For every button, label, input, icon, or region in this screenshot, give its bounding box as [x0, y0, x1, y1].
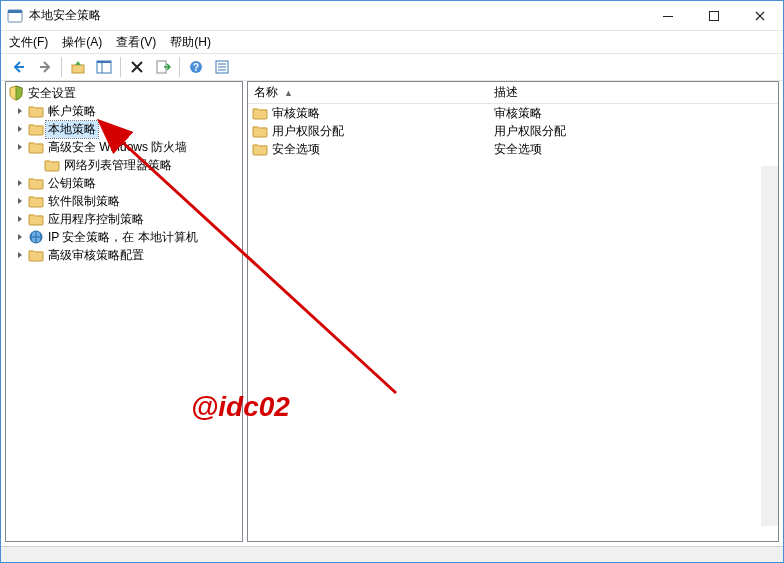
toolbar-separator: [179, 57, 180, 77]
tree-item[interactable]: 高级审核策略配置: [6, 246, 242, 264]
tree-item-label: 帐户策略: [46, 103, 98, 120]
expand-icon[interactable]: [14, 195, 26, 207]
tree-item[interactable]: 本地策略: [6, 120, 242, 138]
tree-item[interactable]: 帐户策略: [6, 102, 242, 120]
folder-icon: [28, 121, 44, 137]
expand-icon[interactable]: [14, 105, 26, 117]
tree-root-label: 安全设置: [26, 85, 78, 102]
tree-item-label: 网络列表管理器策略: [62, 157, 174, 174]
tree-item[interactable]: IP 安全策略，在 本地计算机: [6, 228, 242, 246]
menu-file[interactable]: 文件(F): [9, 34, 48, 51]
back-icon: [11, 59, 27, 75]
toolbar: [1, 53, 783, 81]
globe-icon: [28, 229, 44, 245]
folder-icon: [252, 141, 268, 157]
list-cell-name: 审核策略: [248, 105, 488, 122]
toolbar-separator: [61, 57, 62, 77]
tree-item-label: 软件限制策略: [46, 193, 122, 210]
list-header: 名称 ▲ 描述: [248, 82, 778, 104]
export-list-button[interactable]: [151, 55, 175, 79]
expand-icon[interactable]: [14, 123, 26, 135]
tree-item[interactable]: 公钥策略: [6, 174, 242, 192]
list-cell-desc: 用户权限分配: [488, 123, 778, 140]
menu-help[interactable]: 帮助(H): [170, 34, 211, 51]
list-cell-desc: 审核策略: [488, 105, 778, 122]
title-bar: 本地安全策略: [1, 1, 783, 31]
tree-pane[interactable]: 安全设置 帐户策略本地策略高级安全 Windows 防火墙网络列表管理器策略公钥…: [5, 81, 243, 542]
column-desc-label: 描述: [494, 84, 518, 101]
tree-view: 安全设置 帐户策略本地策略高级安全 Windows 防火墙网络列表管理器策略公钥…: [6, 82, 242, 266]
expand-icon[interactable]: [14, 177, 26, 189]
export-icon: [155, 59, 171, 75]
minimize-button[interactable]: [645, 1, 691, 31]
menu-action[interactable]: 操作(A): [62, 34, 102, 51]
delete-button[interactable]: [125, 55, 149, 79]
properties-icon: [214, 59, 230, 75]
list-cell-name: 用户权限分配: [248, 123, 488, 140]
annotation-watermark: @idc02: [191, 391, 290, 423]
close-button[interactable]: [737, 1, 783, 31]
app-icon: [7, 8, 23, 24]
folder-icon: [252, 123, 268, 139]
menu-bar: 文件(F) 操作(A) 查看(V) 帮助(H): [1, 31, 783, 53]
help-icon: [188, 59, 204, 75]
show-hide-tree-button[interactable]: [92, 55, 116, 79]
folder-up-icon: [70, 59, 86, 75]
expand-icon[interactable]: [14, 249, 26, 261]
tree-item[interactable]: 软件限制策略: [6, 192, 242, 210]
tree-item[interactable]: 高级安全 Windows 防火墙: [6, 138, 242, 156]
tree-item-label: 公钥策略: [46, 175, 98, 192]
folder-icon: [28, 103, 44, 119]
delete-icon: [129, 59, 145, 75]
column-name-label: 名称: [254, 84, 278, 101]
properties-button[interactable]: [210, 55, 234, 79]
folder-icon: [28, 175, 44, 191]
folder-icon: [28, 193, 44, 209]
maximize-button[interactable]: [691, 1, 737, 31]
list-row[interactable]: 用户权限分配用户权限分配: [248, 122, 778, 140]
security-settings-icon: [8, 85, 24, 101]
list-cell-name: 安全选项: [248, 141, 488, 158]
forward-button[interactable]: [33, 55, 57, 79]
back-button[interactable]: [7, 55, 31, 79]
list-name-label: 用户权限分配: [272, 123, 344, 140]
folder-icon: [28, 211, 44, 227]
expand-icon[interactable]: [14, 141, 26, 153]
tree-item-label: 高级安全 Windows 防火墙: [46, 139, 189, 156]
app-window: 本地安全策略 文件(F) 操作(A) 查看(V) 帮助(H): [0, 0, 784, 563]
client-area: 安全设置 帐户策略本地策略高级安全 Windows 防火墙网络列表管理器策略公钥…: [1, 81, 783, 546]
list-cell-desc: 安全选项: [488, 141, 778, 158]
list-row[interactable]: 审核策略审核策略: [248, 104, 778, 122]
list-name-label: 安全选项: [272, 141, 320, 158]
tree-item-label: 高级审核策略配置: [46, 247, 146, 264]
tree-item-label: IP 安全策略，在 本地计算机: [46, 229, 200, 246]
list-desc-label: 审核策略: [494, 105, 542, 122]
status-bar: [1, 546, 783, 562]
list-pane[interactable]: 名称 ▲ 描述 审核策略审核策略用户权限分配用户权限分配安全选项安全选项: [247, 81, 779, 542]
column-header-description[interactable]: 描述: [488, 82, 778, 103]
window-controls: [645, 1, 783, 31]
tree-root[interactable]: 安全设置: [6, 84, 242, 102]
folder-icon: [28, 247, 44, 263]
tree-item[interactable]: 网络列表管理器策略: [6, 156, 242, 174]
folder-icon: [28, 139, 44, 155]
list-row[interactable]: 安全选项安全选项: [248, 140, 778, 158]
column-header-name[interactable]: 名称 ▲: [248, 82, 488, 103]
tree-item[interactable]: 应用程序控制策略: [6, 210, 242, 228]
toolbar-separator: [120, 57, 121, 77]
list-name-label: 审核策略: [272, 105, 320, 122]
list-desc-label: 用户权限分配: [494, 123, 566, 140]
help-button[interactable]: [184, 55, 208, 79]
tree-item-label: 应用程序控制策略: [46, 211, 146, 228]
menu-view[interactable]: 查看(V): [116, 34, 156, 51]
window-title: 本地安全策略: [29, 7, 101, 24]
tree-item-label: 本地策略: [46, 121, 98, 138]
expand-icon[interactable]: [14, 231, 26, 243]
folder-icon: [252, 105, 268, 121]
up-button[interactable]: [66, 55, 90, 79]
forward-icon: [37, 59, 53, 75]
expand-icon[interactable]: [14, 213, 26, 225]
list-desc-label: 安全选项: [494, 141, 542, 158]
list-body: 审核策略审核策略用户权限分配用户权限分配安全选项安全选项: [248, 104, 778, 158]
scrollbar-gutter: [761, 166, 778, 526]
